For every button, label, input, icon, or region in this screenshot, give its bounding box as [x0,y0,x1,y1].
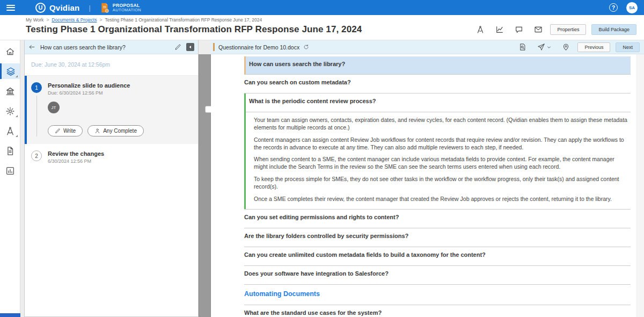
compass-icon [5,126,15,136]
step-connector [36,96,37,136]
back-arrow-icon[interactable] [28,44,35,51]
product-name-line2: AUTOMATION [113,8,141,12]
assignee-avatar[interactable]: JT [48,102,60,113]
sidebar-item-settings[interactable] [0,103,20,119]
workflow-step[interactable]: 1Personalize slide to audienceDue: 6/30/… [25,76,198,144]
document-gear-icon [99,2,110,13]
task-due-date: Due: June 30, 2024 at 12:56pm [25,54,198,76]
brand-logo[interactable]: U Qvidian | PROPOSAL AUTOMATION [35,2,141,13]
sidebar-item-documents[interactable] [0,143,20,158]
document-body: How can users search the library?Can you… [211,54,644,317]
library-icon [5,87,15,96]
report-icon [5,166,15,176]
question-text[interactable]: Can you create unlimited custom metadata… [244,247,631,265]
refresh-icon[interactable] [303,44,309,50]
question-text[interactable]: Can you set editing permissions and righ… [244,210,631,228]
sidebar-item-documents-projects[interactable] [0,63,20,79]
write-button[interactable]: Write [48,125,83,136]
breadcrumb-current: Testing Phase 1 Organizational Transform… [105,17,262,23]
page-header: My Work > Documents & Projects > Testing… [0,15,644,40]
document-filename: Questionnaire for Demo 10.docx [218,44,299,51]
task-panel: How can users search the library? Due: J… [24,40,199,317]
qvidian-logo-icon: U [35,3,46,13]
location-pin-icon[interactable] [562,43,570,51]
edit-pencil-icon[interactable] [174,44,181,51]
send-icon [537,43,545,51]
step-title: Personalize slide to audience [48,82,192,89]
next-button[interactable]: Next [616,42,640,52]
task-panel-header: How can users search the library? [25,40,198,54]
document-panel: Questionnaire for Demo 10.docx Previous … [211,40,644,317]
step-due-date: Due: 6/30/2024 12:56 PM [48,90,192,96]
nav-rail [0,40,20,317]
properties-button[interactable]: Properties [550,24,586,35]
sidebar-item-tools[interactable] [0,123,20,139]
comment-icon[interactable] [515,25,523,34]
step-number: 1 [31,82,42,93]
send-dropdown[interactable] [537,43,551,51]
answer-paragraph: When sending content to a SME, the conte… [254,156,628,171]
document-page[interactable]: How can users search the library?Can you… [211,54,636,317]
sidebar-item-library[interactable] [0,83,20,99]
gear-icon [5,106,15,116]
document-tools [518,43,570,51]
answer-paragraph: Your team can assign owners, contacts, e… [254,117,628,132]
proposal-automation-logo: PROPOSAL AUTOMATION [99,2,141,13]
document-header: Questionnaire for Demo 10.docx Previous … [211,40,644,54]
previous-button[interactable]: Previous [577,42,610,52]
answered-question-block[interactable]: What is the periodic content review proc… [244,93,631,209]
document-accent-bar [213,43,215,51]
envelope-icon[interactable] [534,25,543,34]
divider-track[interactable] [199,54,211,317]
title-action-icons [476,25,543,34]
task-panel-title: How can users search the library? [40,44,170,51]
sidebar-item-reports[interactable] [0,163,20,178]
step-due-date: 6/30/2024 12:56 PM [48,158,192,164]
person-icon [94,128,100,134]
question-text[interactable]: Does your software have integration to S… [244,266,631,284]
question-text-selected[interactable]: How can users search the library? [244,56,631,74]
answer-paragraph: To keep the process simple for SMEs, the… [254,176,628,191]
question-text[interactable]: What are the standard use cases for the … [244,305,631,317]
step-number: 2 [31,150,42,161]
help-icon[interactable]: ? [609,3,618,12]
document-preview-icon[interactable] [518,43,526,51]
compass-icon[interactable] [476,25,485,34]
answer-paragraph: Content managers can assign content Revi… [254,136,628,152]
question-text[interactable]: What is the periodic content review proc… [246,93,631,112]
panel-divider[interactable] [199,40,211,317]
line-chart-icon[interactable] [495,25,504,34]
sidebar-item-home[interactable] [0,44,20,59]
workflow-step[interactable]: 2Review the changes6/30/2024 12:56 PM [25,144,198,164]
brand-name: Qvidian [49,3,79,12]
breadcrumb-documents-projects[interactable]: Documents & Projects [52,17,97,23]
caret-down-icon [547,45,551,49]
any-complete-button[interactable]: Any Complete [87,125,144,136]
pencil-icon [55,128,61,134]
hamburger-menu-icon[interactable] [6,5,15,11]
home-icon [5,47,15,56]
file-icon [5,146,15,156]
question-text[interactable]: Are the library folders controlled by se… [244,228,631,247]
nav-rail-footer-bar [0,313,20,317]
breadcrumb: My Work > Documents & Projects > Testing… [26,17,636,23]
answer-paragraph: Once a SME completes their review, the c… [254,196,628,203]
build-package-button[interactable]: Build Package [591,24,636,35]
collapse-panel-button[interactable] [186,43,194,51]
section-heading: Automating Documents [244,285,631,305]
page-title: Testing Phase 1 Organizational Transform… [26,24,476,35]
layers-icon [6,67,16,76]
breadcrumb-my-work[interactable]: My Work [26,17,43,23]
question-text[interactable]: Can you search on custom metadata? [244,75,631,93]
step-title: Review the changes [48,150,192,157]
brand-separator: | [89,4,90,12]
top-app-bar: U Qvidian | PROPOSAL AUTOMATION ? SA [0,0,644,15]
answer-text[interactable]: Your team can assign owners, contacts, e… [246,112,631,209]
workflow-steps: 1Personalize slide to audienceDue: 6/30/… [25,76,198,316]
user-avatar[interactable]: SA [626,2,638,13]
